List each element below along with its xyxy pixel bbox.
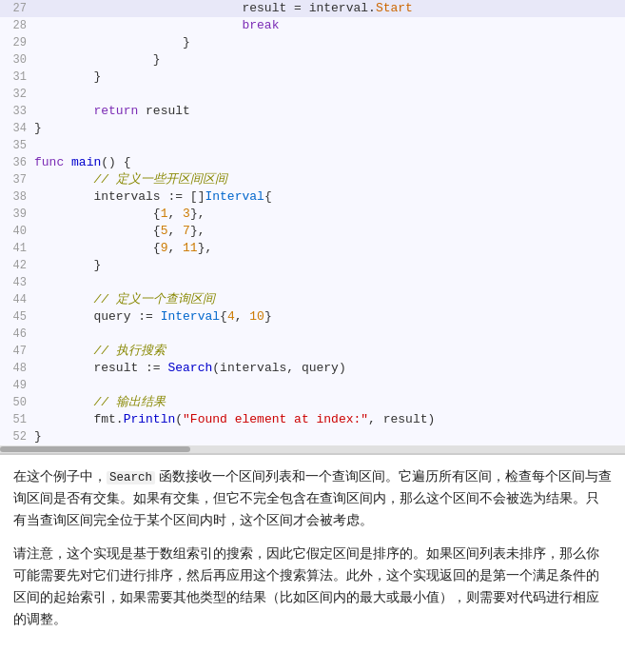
- line-number: 40: [0, 223, 34, 240]
- line-number: 33: [0, 103, 34, 120]
- line-content: query := Interval{4, 10}: [34, 308, 625, 326]
- code-line: 27 result = interval.Start: [0, 0, 625, 17]
- code-line: 28 break: [0, 17, 625, 34]
- scrollbar-thumb[interactable]: [0, 446, 190, 452]
- line-content: {9, 11},: [34, 240, 625, 257]
- line-number: 48: [0, 360, 34, 377]
- line-content: // 执行搜索: [34, 343, 625, 360]
- code-line: 44 // 定义一个查询区间: [0, 291, 625, 308]
- code-line: 47 // 执行搜索: [0, 343, 625, 360]
- code-line: 38 intervals := []Interval{: [0, 188, 625, 206]
- code-line: 34}: [0, 120, 625, 137]
- code-line: 39 {1, 3},: [0, 206, 625, 223]
- code-line: 52}: [0, 428, 625, 445]
- code-line: 30 }: [0, 51, 625, 69]
- line-number: 52: [0, 428, 34, 445]
- description-para-1: 在这个例子中，Search 函数接收一个区间列表和一个查询区间。它遍历所有区间，…: [13, 466, 612, 532]
- line-content: }: [34, 120, 625, 137]
- line-number: 27: [0, 0, 34, 17]
- description-section: 在这个例子中，Search 函数接收一个区间列表和一个查询区间。它遍历所有区间，…: [0, 455, 625, 654]
- line-number: 41: [0, 240, 34, 257]
- line-number: 43: [0, 274, 34, 291]
- line-content: }: [34, 428, 625, 445]
- line-number: 34: [0, 120, 34, 137]
- line-content: result := Search(intervals, query): [34, 360, 625, 377]
- code-line: 43: [0, 274, 625, 291]
- line-content: [34, 137, 625, 154]
- code-line: 31 }: [0, 69, 625, 86]
- code-line: 37 // 定义一些开区间区间: [0, 171, 625, 188]
- line-number: 45: [0, 308, 34, 326]
- line-number: 50: [0, 394, 34, 411]
- line-content: func main() {: [34, 154, 625, 171]
- line-content: [34, 377, 625, 394]
- line-number: 47: [0, 343, 34, 360]
- scrollbar[interactable]: [0, 445, 625, 453]
- line-content: {1, 3},: [34, 206, 625, 223]
- line-number: 37: [0, 171, 34, 188]
- line-number: 42: [0, 257, 34, 274]
- line-content: // 定义一些开区间区间: [34, 171, 625, 188]
- line-number: 30: [0, 51, 34, 69]
- line-number: 32: [0, 86, 34, 103]
- code-line: 29 }: [0, 34, 625, 51]
- code-line: 46: [0, 326, 625, 343]
- code-line: 33 return result: [0, 103, 625, 120]
- line-number: 36: [0, 154, 34, 171]
- code-line: 36func main() {: [0, 154, 625, 171]
- line-number: 51: [0, 411, 34, 428]
- line-number: 46: [0, 326, 34, 343]
- line-content: [34, 86, 625, 103]
- line-number: 38: [0, 188, 34, 206]
- code-line: 50 // 输出结果: [0, 394, 625, 411]
- line-content: }: [34, 34, 625, 51]
- line-content: [34, 274, 625, 291]
- line-content: break: [34, 17, 625, 34]
- description-para-2: 请注意，这个实现是基于数组索引的搜索，因此它假定区间是排序的。如果区间列表未排序…: [13, 544, 612, 631]
- line-content: }: [34, 69, 625, 86]
- code-line: 51 fmt.Println("Found element at index:"…: [0, 411, 625, 428]
- line-number: 29: [0, 34, 34, 51]
- line-content: result = interval.Start: [34, 0, 625, 17]
- line-content: // 定义一个查询区间: [34, 291, 625, 308]
- code-line: 45 query := Interval{4, 10}: [0, 308, 625, 326]
- line-content: fmt.Println("Found element at index:", r…: [34, 411, 625, 428]
- code-line: 48 result := Search(intervals, query): [0, 360, 625, 377]
- line-content: // 输出结果: [34, 394, 625, 411]
- line-number: 39: [0, 206, 34, 223]
- code-line: 40 {5, 7},: [0, 223, 625, 240]
- code-line: 42 }: [0, 257, 625, 274]
- line-content: }: [34, 257, 625, 274]
- line-number: 44: [0, 291, 34, 308]
- line-content: }: [34, 51, 625, 69]
- line-content: return result: [34, 103, 625, 120]
- code-line: 49: [0, 377, 625, 394]
- line-content: [34, 326, 625, 343]
- line-content: {5, 7},: [34, 223, 625, 240]
- line-number: 49: [0, 377, 34, 394]
- line-content: intervals := []Interval{: [34, 188, 625, 206]
- line-number: 28: [0, 17, 34, 34]
- code-line: 41 {9, 11},: [0, 240, 625, 257]
- code-block: 27 result = interval.Start28 break29 }30…: [0, 0, 625, 455]
- line-number: 31: [0, 69, 34, 86]
- code-line: 32: [0, 86, 625, 103]
- line-number: 35: [0, 137, 34, 154]
- code-line: 35: [0, 137, 625, 154]
